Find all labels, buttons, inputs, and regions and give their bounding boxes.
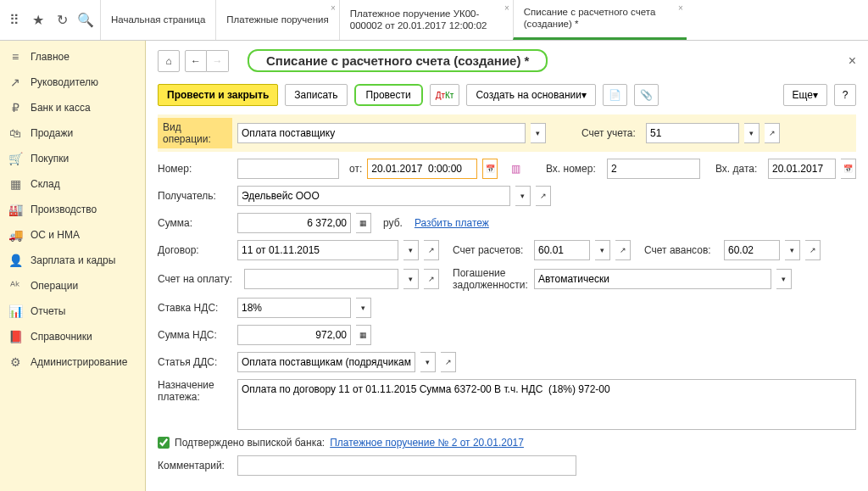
dds-open[interactable]: ↗: [441, 352, 456, 372]
sidebar-item-label: Главное: [31, 51, 70, 63]
tab-close-icon[interactable]: ×: [678, 3, 683, 13]
back-button[interactable]: ←: [185, 50, 207, 72]
vat-rate-dropdown[interactable]: ▾: [356, 298, 371, 318]
create-basis-button[interactable]: Создать на основании ▾: [466, 84, 596, 106]
payee-open[interactable]: ↗: [536, 186, 551, 206]
sidebar-item-6[interactable]: 🏭Производство: [0, 197, 145, 222]
debt-input[interactable]: [534, 269, 771, 289]
doc-icon[interactable]: ▥: [506, 159, 525, 178]
confirmed-link[interactable]: Платежное поручение № 2 от 20.01.2017: [330, 437, 524, 449]
post-button[interactable]: Провести: [354, 84, 423, 106]
payee-input[interactable]: [237, 186, 510, 206]
sidebar: ≡Главное↗Руководителю₽Банк и касса🛍Прода…: [0, 41, 146, 491]
comment-input[interactable]: [237, 455, 576, 476]
adv-acc-open[interactable]: ↗: [805, 240, 821, 260]
post-close-button[interactable]: Провести и закрыть: [158, 84, 278, 106]
invoice-open[interactable]: ↗: [424, 269, 439, 289]
sidebar-icon: 🚚: [8, 228, 22, 242]
sidebar-icon: ↗: [8, 75, 22, 89]
tab-2[interactable]: Платежное поручение УК00-000002 от 20.01…: [339, 0, 513, 40]
invoice-input[interactable]: [244, 269, 398, 289]
sidebar-item-1[interactable]: ↗Руководителю: [0, 70, 145, 95]
attach-button[interactable]: 📄: [603, 84, 627, 106]
calc-acc-dropdown[interactable]: ▾: [595, 240, 610, 260]
sum-calc[interactable]: ▦: [356, 213, 371, 233]
in-date-calendar[interactable]: 📅: [841, 159, 856, 179]
account-open[interactable]: ↗: [765, 123, 780, 143]
vat-rate-input[interactable]: [237, 298, 351, 318]
sum-input[interactable]: [237, 213, 351, 233]
save-button[interactable]: Записать: [285, 84, 347, 106]
invoice-dropdown[interactable]: ▾: [403, 269, 419, 289]
sidebar-item-0[interactable]: ≡Главное: [0, 44, 145, 70]
sidebar-item-label: Покупки: [31, 153, 69, 165]
tab-0[interactable]: Начальная страница: [100, 0, 215, 40]
calc-acc-label: Счет расчетов:: [453, 244, 529, 256]
search-icon[interactable]: 🔍: [76, 11, 95, 30]
debt-label2: задолженности:: [453, 279, 529, 291]
sidebar-item-7[interactable]: 🚚ОС и НМА: [0, 222, 145, 248]
sidebar-item-label: Операции: [31, 280, 78, 292]
account-dropdown[interactable]: ▾: [744, 123, 760, 143]
forward-button[interactable]: →: [207, 50, 229, 72]
apps-icon[interactable]: ⠿: [5, 11, 24, 30]
close-icon[interactable]: ×: [849, 53, 856, 69]
purpose-label2: платежа:: [158, 391, 232, 403]
confirmed-checkbox[interactable]: [158, 437, 170, 449]
calc-acc-input[interactable]: [534, 240, 590, 260]
number-input[interactable]: [237, 159, 339, 179]
tab-3[interactable]: Списание с расчетного счета (создание) *…: [513, 0, 687, 40]
dt-kt-button[interactable]: ДтКт: [430, 84, 460, 106]
clip-button[interactable]: 📎: [634, 84, 659, 106]
more-button[interactable]: Еще ▾: [783, 84, 827, 106]
in-number-label: Вх. номер:: [546, 163, 602, 175]
sidebar-item-label: Продажи: [31, 127, 73, 139]
purpose-input[interactable]: [237, 379, 856, 430]
dds-input[interactable]: [237, 352, 415, 372]
vat-sum-input[interactable]: [237, 325, 351, 345]
history-icon[interactable]: ↻: [53, 11, 71, 30]
op-type-input[interactable]: [237, 123, 526, 143]
calendar-icon[interactable]: 📅: [482, 159, 498, 179]
sidebar-item-label: ОС и НМА: [31, 229, 80, 241]
account-input[interactable]: [646, 123, 739, 143]
tab-1[interactable]: Платежные поручения×: [215, 0, 338, 40]
sidebar-item-8[interactable]: 👤Зарплата и кадры: [0, 248, 145, 273]
op-type-label: Вид операции:: [158, 118, 232, 148]
op-type-dropdown[interactable]: ▾: [531, 123, 546, 143]
invoice-label: Счет на оплату:: [158, 273, 239, 285]
payee-dropdown[interactable]: ▾: [515, 186, 531, 206]
top-bar: ⠿ ★ ↻ 🔍 Начальная страницаПлатежные пору…: [0, 0, 868, 41]
sidebar-icon: 🏭: [8, 203, 22, 216]
sidebar-item-3[interactable]: 🛍Продажи: [0, 120, 145, 146]
sidebar-item-4[interactable]: 🛒Покупки: [0, 146, 145, 171]
sidebar-item-label: Руководителю: [31, 76, 98, 88]
vat-sum-calc[interactable]: ▦: [356, 325, 371, 345]
debt-dropdown[interactable]: ▾: [776, 269, 792, 289]
date-input[interactable]: [367, 159, 477, 179]
star-icon[interactable]: ★: [29, 11, 47, 30]
adv-acc-input[interactable]: [724, 240, 780, 260]
adv-acc-dropdown[interactable]: ▾: [785, 240, 800, 260]
sidebar-item-10[interactable]: 📊Отчеты: [0, 299, 145, 324]
sidebar-item-label: Склад: [31, 178, 60, 190]
tab-close-icon[interactable]: ×: [331, 3, 336, 13]
sidebar-item-12[interactable]: ⚙Администрирование: [0, 349, 145, 375]
contract-dropdown[interactable]: ▾: [403, 240, 419, 260]
tab-close-icon[interactable]: ×: [504, 3, 509, 13]
sidebar-item-2[interactable]: ₽Банк и касса: [0, 95, 145, 120]
sidebar-item-5[interactable]: ▦Склад: [0, 171, 145, 197]
in-date-input[interactable]: [768, 159, 836, 179]
sidebar-item-9[interactable]: ᴬᵏОперации: [0, 273, 145, 299]
calc-acc-open[interactable]: ↗: [615, 240, 631, 260]
dds-dropdown[interactable]: ▾: [420, 352, 436, 372]
contract-input[interactable]: [237, 240, 398, 260]
confirmed-label: Подтверждено выпиской банка:: [175, 437, 325, 449]
home-button[interactable]: ⌂: [158, 50, 180, 72]
split-payment-link[interactable]: Разбить платеж: [415, 217, 489, 229]
sidebar-icon: 📊: [8, 304, 22, 318]
help-button[interactable]: ?: [834, 84, 856, 106]
contract-open[interactable]: ↗: [424, 240, 439, 260]
sidebar-item-11[interactable]: 📕Справочники: [0, 324, 145, 349]
in-number-input[interactable]: [607, 159, 700, 179]
